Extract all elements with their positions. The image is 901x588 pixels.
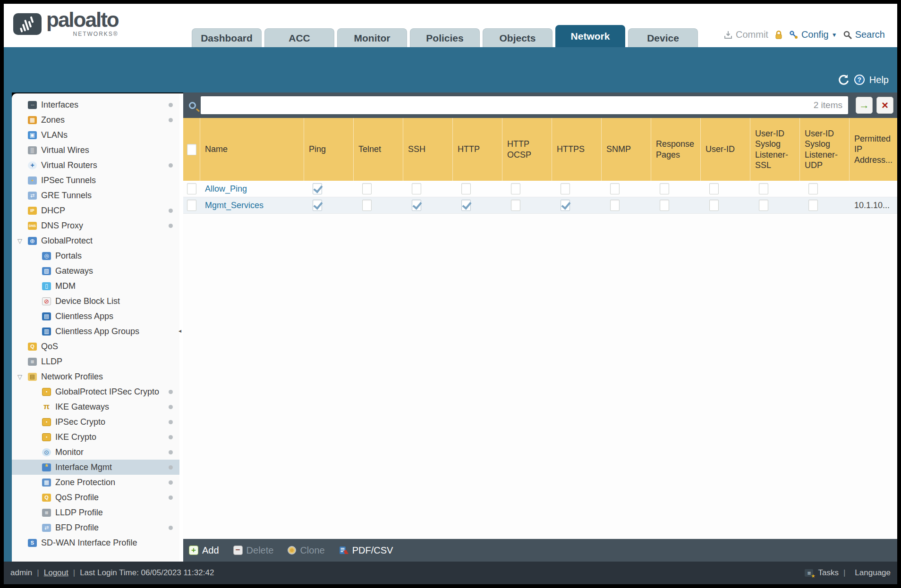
- virtual-routers-icon: +: [28, 161, 37, 169]
- tab-acc[interactable]: ACC: [264, 28, 334, 47]
- sidebar-item-interfaces[interactable]: ···Interfaces: [12, 97, 179, 112]
- sidebar-item-zone-protection[interactable]: ▦Zone Protection: [12, 475, 179, 490]
- sidebar-item-portals[interactable]: ◎Portals: [12, 248, 179, 263]
- http-ocsp-checkbox: [511, 200, 520, 211]
- filter-input[interactable]: [201, 96, 848, 114]
- clear-filter-button[interactable]: ×: [876, 97, 893, 114]
- delete-icon: −: [233, 546, 243, 555]
- sidebar-item-dhcp[interactable]: IPDHCP: [12, 203, 179, 218]
- logout-link[interactable]: Logout: [44, 568, 68, 578]
- tab-policies[interactable]: Policies: [410, 28, 480, 47]
- sidebar-item-globalprotect[interactable]: ▽⊕GlobalProtect: [12, 233, 179, 248]
- search-button[interactable]: Search: [843, 29, 885, 40]
- column-header-user-id[interactable]: User-ID: [701, 118, 750, 181]
- sidebar-item-sdwan-interface-profile[interactable]: SSD-WAN Interface Profile: [12, 535, 179, 550]
- config-menu[interactable]: Config ▼: [789, 29, 837, 40]
- profile-link[interactable]: Mgmt_Services: [205, 201, 264, 210]
- drag-dot: [169, 103, 173, 107]
- sidebar-item-ike-crypto[interactable]: ▪IKE Crypto: [12, 429, 179, 445]
- filter-bar: 2 items → ×: [183, 92, 897, 118]
- column-header-uid-syslog-ssl[interactable]: User-ID Syslog Listener-SSL: [750, 118, 800, 181]
- row-checkbox[interactable]: [187, 200, 196, 211]
- sidebar-item-monitor[interactable]: ⊙Monitor: [12, 445, 179, 460]
- sidebar-item-clientless-app-groups[interactable]: ▥Clientless App Groups: [12, 324, 179, 339]
- column-header-telnet[interactable]: Telnet: [354, 118, 403, 181]
- sidebar-item-virtual-routers[interactable]: +Virtual Routers: [12, 158, 179, 173]
- dns-proxy-icon: DNS: [28, 222, 37, 230]
- ping-checkbox: [313, 183, 322, 194]
- column-header-uid-syslog-udp[interactable]: User-ID Syslog Listener-UDP: [800, 118, 850, 181]
- sidebar-item-bfd-profile[interactable]: ⇄BFD Profile: [12, 520, 179, 535]
- ping-checkbox: [313, 200, 322, 211]
- drag-dot: [169, 526, 173, 530]
- ssh-checkbox: [412, 200, 421, 211]
- sidebar-item-gateways[interactable]: ▧Gateways: [12, 263, 179, 278]
- http-ocsp-checkbox: [511, 183, 520, 194]
- lldp-icon: ≡: [28, 358, 37, 366]
- sidebar-item-qos[interactable]: QQoS: [12, 339, 179, 354]
- lock-icon[interactable]: [774, 30, 783, 40]
- sidebar-item-dns-proxy[interactable]: DNSDNS Proxy: [12, 218, 179, 233]
- sidebar-collapse-icon[interactable]: ◂: [178, 328, 181, 334]
- help-icon[interactable]: ?: [854, 75, 865, 85]
- tab-network[interactable]: Network: [555, 25, 625, 47]
- expander-icon[interactable]: ▽: [17, 373, 22, 380]
- sidebar-item-lldp-profile[interactable]: ≡LLDP Profile: [12, 505, 179, 520]
- column-header-http-ocsp[interactable]: HTTP OCSP: [502, 118, 552, 181]
- language-link[interactable]: Language: [855, 568, 891, 578]
- bfd-profile-icon: ⇄: [42, 524, 51, 532]
- sidebar-item-clientless-apps[interactable]: ▤Clientless Apps: [12, 309, 179, 324]
- main-nav-tabs: Dashboard ACC Monitor Policies Objects N…: [192, 25, 698, 47]
- sidebar-item-device-block-list[interactable]: ⊘Device Block List: [12, 294, 179, 309]
- pdf-csv-button[interactable]: PDF/CSV: [339, 545, 393, 556]
- help-label: Help: [869, 75, 889, 85]
- delete-button[interactable]: − Delete: [233, 545, 274, 556]
- tab-device[interactable]: Device: [628, 28, 698, 47]
- sidebar-item-ike-gateways[interactable]: πIKE Gateways: [12, 399, 179, 414]
- search-icon: [843, 30, 852, 40]
- sidebar-item-gre-tunnels[interactable]: ⇄GRE Tunnels: [12, 188, 179, 203]
- expander-icon[interactable]: ▽: [17, 237, 22, 244]
- column-header-http[interactable]: HTTP: [453, 118, 502, 181]
- zones-icon: ▦: [28, 116, 37, 124]
- apply-filter-button[interactable]: →: [856, 97, 873, 114]
- sidebar-item-interface-mgmt[interactable]: *Interface Mgmt: [12, 460, 179, 475]
- sidebar-item-mdm[interactable]: ▯MDM: [12, 278, 179, 294]
- lock-icon: ▪: [42, 388, 51, 396]
- refresh-icon[interactable]: [837, 74, 850, 86]
- lldp-profile-icon: ≡: [42, 509, 51, 517]
- add-button[interactable]: + Add: [189, 545, 219, 556]
- column-header-ping[interactable]: Ping: [304, 118, 354, 181]
- sidebar-item-globalprotect-ipsec-crypto[interactable]: ▪GlobalProtect IPSec Crypto: [12, 384, 179, 399]
- sidebar-item-network-profiles[interactable]: ▽▤Network Profiles: [12, 369, 179, 384]
- tab-monitor[interactable]: Monitor: [337, 28, 407, 47]
- sidebar-item-ipsec-crypto[interactable]: ▪IPSec Crypto: [12, 414, 179, 429]
- row-checkbox[interactable]: [187, 183, 196, 194]
- column-header-snmp[interactable]: SNMP: [602, 118, 651, 181]
- status-bar: admin Logout Last Login Time: 06/05/2023…: [4, 562, 897, 584]
- drag-dot: [169, 209, 173, 213]
- sidebar-item-ipsec-tunnels[interactable]: ▪IPSec Tunnels: [12, 173, 179, 188]
- sidebar-item-virtual-wires[interactable]: ▒Virtual Wires: [12, 143, 179, 158]
- column-header-response-pages[interactable]: Response Pages: [651, 118, 701, 181]
- arrow-right-icon: →: [859, 99, 869, 111]
- column-header-https[interactable]: HTTPS: [552, 118, 602, 181]
- sidebar-item-zones[interactable]: ▦Zones: [12, 112, 179, 127]
- commit-button[interactable]: Commit: [723, 29, 768, 40]
- tab-dashboard[interactable]: Dashboard: [192, 28, 262, 47]
- tasks-link[interactable]: Tasks: [818, 568, 838, 578]
- column-header-ssh[interactable]: SSH: [403, 118, 453, 181]
- tab-objects[interactable]: Objects: [483, 28, 552, 47]
- select-all-checkbox[interactable]: [187, 144, 196, 155]
- sidebar-divider: ◂: [179, 93, 183, 562]
- sidebar-item-vlans[interactable]: ▣VLANs: [12, 127, 179, 143]
- column-header-permitted-ip[interactable]: Permitted IP Address...: [850, 118, 897, 181]
- search-label: Search: [855, 29, 885, 40]
- clone-button[interactable]: Clone: [288, 545, 324, 556]
- column-header-name[interactable]: Name: [200, 118, 304, 181]
- uid-syslog-ssl-checkbox: [759, 183, 768, 194]
- sidebar-item-qos-profile[interactable]: QQoS Profile: [12, 490, 179, 505]
- drag-dot: [169, 465, 173, 470]
- profile-link[interactable]: Allow_Ping: [205, 184, 247, 194]
- sidebar-item-lldp[interactable]: ≡LLDP: [12, 354, 179, 369]
